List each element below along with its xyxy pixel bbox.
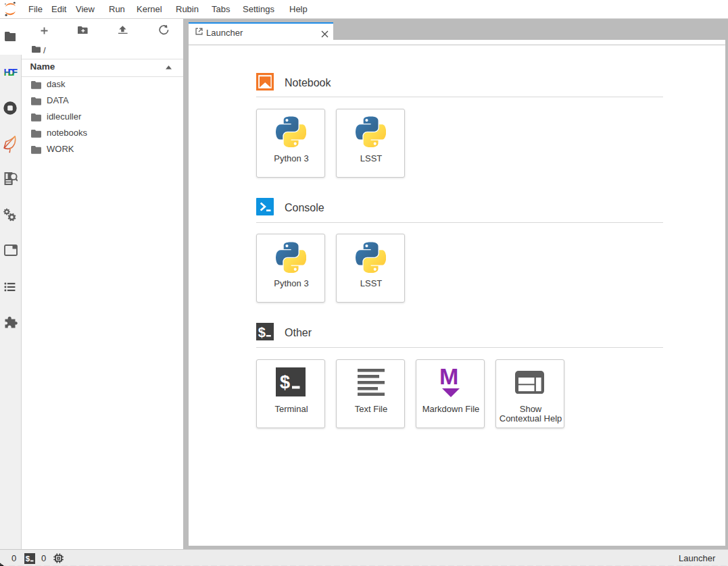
svg-text:HDF: HDF xyxy=(3,67,18,77)
svg-text:$: $ xyxy=(280,372,290,392)
svg-text:$: $ xyxy=(26,555,30,563)
svg-text:$: $ xyxy=(258,325,266,340)
svg-text:M: M xyxy=(439,366,458,389)
